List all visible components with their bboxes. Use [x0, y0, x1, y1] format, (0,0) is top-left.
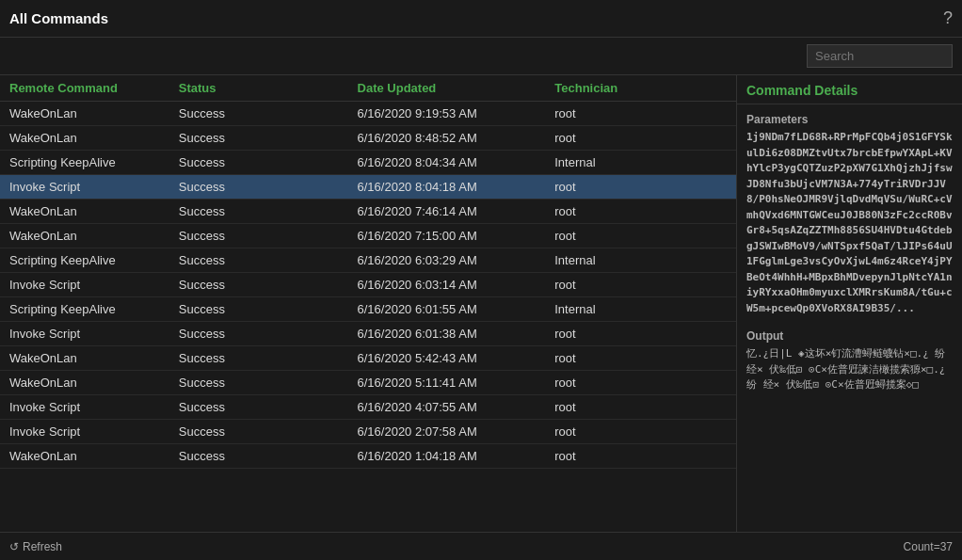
column-header-remote: Remote Command	[0, 81, 179, 95]
table-header: Remote Command Status Date Updated Techn…	[0, 75, 736, 102]
cell-status: Success	[179, 424, 358, 439]
table-row[interactable]: WakeOnLan Success 6/16/2020 5:11:41 AM r…	[0, 371, 736, 395]
cell-date: 6/16/2020 6:01:38 AM	[358, 327, 555, 341]
command-details-title: Command Details	[746, 83, 858, 98]
table-row[interactable]: Invoke Script Success 6/16/2020 8:04:18 …	[0, 175, 736, 200]
cell-status: Success	[179, 106, 358, 120]
refresh-button[interactable]: ↺ Refresh	[9, 540, 62, 553]
cell-date: 6/16/2020 8:48:52 AM	[358, 131, 555, 145]
cell-date: 6/16/2020 5:11:41 AM	[358, 376, 555, 390]
cell-status: Success	[179, 449, 358, 463]
cell-status: Success	[179, 180, 358, 194]
table-row[interactable]: Scripting KeepAlive Success 6/16/2020 8:…	[0, 151, 736, 175]
cell-date: 6/16/2020 6:03:29 AM	[358, 253, 555, 267]
table-row[interactable]: Invoke Script Success 6/16/2020 2:07:58 …	[0, 420, 736, 444]
cell-remote: WakeOnLan	[0, 351, 179, 365]
cell-date: 6/16/2020 8:04:18 AM	[358, 180, 555, 194]
cell-remote: WakeOnLan	[0, 449, 179, 463]
cell-remote: Invoke Script	[0, 327, 179, 341]
right-panel: Command Details Parameters 1j9NDm7fLD68R…	[737, 75, 962, 532]
cell-date: 6/16/2020 4:07:55 AM	[358, 400, 555, 414]
cell-tech: root	[554, 424, 736, 439]
cell-date: 6/16/2020 6:03:14 AM	[358, 278, 555, 292]
table-row[interactable]: WakeOnLan Success 6/16/2020 8:48:52 AM r…	[0, 126, 736, 151]
cell-remote: WakeOnLan	[0, 106, 179, 120]
command-details-header: Command Details	[737, 75, 962, 104]
table-row[interactable]: WakeOnLan Success 6/16/2020 5:42:43 AM r…	[0, 346, 736, 371]
help-icon[interactable]: ?	[943, 8, 953, 28]
cell-remote: Invoke Script	[0, 400, 179, 414]
table-body: WakeOnLan Success 6/16/2020 9:19:53 AM r…	[0, 102, 736, 532]
cell-tech: root	[554, 376, 736, 390]
cell-tech: root	[554, 229, 736, 243]
cell-tech: root	[554, 106, 736, 120]
cell-status: Success	[179, 327, 358, 341]
table-row[interactable]: Invoke Script Success 6/16/2020 4:07:55 …	[0, 395, 736, 420]
cell-tech: root	[554, 131, 736, 145]
cell-remote: Invoke Script	[0, 180, 179, 194]
app-header: All Commands ?	[0, 0, 962, 38]
column-header-date: Date Updated	[358, 81, 555, 95]
search-input[interactable]	[807, 44, 953, 68]
table-row[interactable]: WakeOnLan Success 6/16/2020 7:46:14 AM r…	[0, 200, 736, 224]
cell-date: 6/16/2020 7:46:14 AM	[358, 204, 555, 218]
table-row[interactable]: WakeOnLan Success 6/16/2020 9:19:53 AM r…	[0, 102, 736, 126]
cell-tech: Internal	[554, 253, 736, 267]
cell-tech: Internal	[554, 302, 736, 316]
cell-date: 6/16/2020 6:01:55 AM	[358, 302, 555, 316]
table-row[interactable]: Scripting KeepAlive Success 6/16/2020 6:…	[0, 297, 736, 322]
command-details-body: Parameters 1j9NDm7fLD68R+RPrMpFCQb4j0S1G…	[737, 104, 962, 532]
cell-tech: root	[554, 351, 736, 365]
count-label: Count=37	[904, 540, 953, 553]
cell-tech: root	[554, 278, 736, 292]
cell-remote: Scripting KeepAlive	[0, 302, 179, 316]
output-text: 忆.¿日|L ◈这坏×钉流漕蟳鲢蠛钻×□.¿ 纷 经× 伏‰低⊡ ⊙C×佐普觃諫…	[737, 344, 962, 395]
cell-date: 6/16/2020 2:07:58 AM	[358, 424, 555, 439]
refresh-label: Refresh	[23, 540, 62, 553]
parameters-label: Parameters	[737, 109, 962, 128]
cell-status: Success	[179, 204, 358, 218]
footer: ↺ Refresh Count=37	[0, 532, 962, 560]
parameters-text: 1j9NDm7fLD68R+RPrMpFCQb4j0S1GFYSkulDi6z0…	[737, 128, 962, 318]
cell-remote: Scripting KeepAlive	[0, 155, 179, 169]
cell-status: Success	[179, 155, 358, 169]
refresh-icon: ↺	[9, 540, 19, 553]
output-label: Output	[737, 326, 962, 344]
left-panel: Remote Command Status Date Updated Techn…	[0, 75, 737, 532]
cell-status: Success	[179, 400, 358, 414]
cell-remote: WakeOnLan	[0, 376, 179, 390]
cell-tech: root	[554, 204, 736, 218]
cell-remote: Invoke Script	[0, 424, 179, 439]
column-header-status: Status	[179, 81, 358, 95]
table-row[interactable]: WakeOnLan Success 6/16/2020 7:15:00 AM r…	[0, 224, 736, 248]
cell-date: 6/16/2020 5:42:43 AM	[358, 351, 555, 365]
table-row[interactable]: Invoke Script Success 6/16/2020 6:01:38 …	[0, 322, 736, 346]
table-row[interactable]: Scripting KeepAlive Success 6/16/2020 6:…	[0, 248, 736, 273]
cell-remote: WakeOnLan	[0, 229, 179, 243]
cell-tech: root	[554, 449, 736, 463]
cell-remote: Scripting KeepAlive	[0, 253, 179, 267]
cell-remote: WakeOnLan	[0, 131, 179, 145]
table-row[interactable]: Invoke Script Success 6/16/2020 6:03:14 …	[0, 273, 736, 297]
cell-tech: root	[554, 400, 736, 414]
cell-status: Success	[179, 229, 358, 243]
column-header-tech: Technician	[554, 81, 736, 95]
cell-status: Success	[179, 278, 358, 292]
table-row[interactable]: WakeOnLan Success 6/16/2020 1:04:18 AM r…	[0, 444, 736, 469]
search-bar-area	[0, 38, 962, 75]
cell-remote: WakeOnLan	[0, 204, 179, 218]
cell-status: Success	[179, 131, 358, 145]
cell-date: 6/16/2020 8:04:34 AM	[358, 155, 555, 169]
cell-date: 6/16/2020 7:15:00 AM	[358, 229, 555, 243]
cell-tech: root	[554, 180, 736, 194]
cell-status: Success	[179, 351, 358, 365]
page-title: All Commands	[9, 10, 108, 26]
main-layout: Remote Command Status Date Updated Techn…	[0, 75, 962, 532]
cell-tech: root	[554, 327, 736, 341]
cell-date: 6/16/2020 1:04:18 AM	[358, 449, 555, 463]
cell-date: 6/16/2020 9:19:53 AM	[358, 106, 555, 120]
cell-tech: Internal	[554, 155, 736, 169]
cell-remote: Invoke Script	[0, 278, 179, 292]
cell-status: Success	[179, 302, 358, 316]
cell-status: Success	[179, 376, 358, 390]
